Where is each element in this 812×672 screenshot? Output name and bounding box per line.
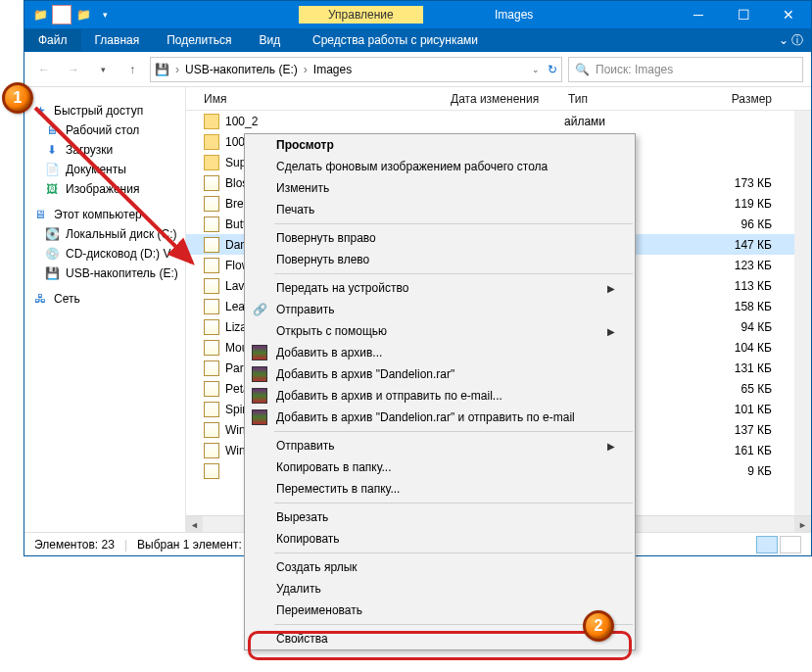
sidebar-item-desktop[interactable]: 🖥Рабочий стол [24, 120, 185, 140]
separator [274, 431, 633, 432]
file-size: 101 КБ [643, 403, 811, 416]
image-file-icon [204, 381, 219, 397]
scroll-right-button[interactable]: ► [794, 516, 811, 532]
ctx-open-with[interactable]: Открыть с помощью▶ [245, 320, 635, 342]
file-size: 104 КБ [643, 341, 811, 355]
sidebar-item-cddrive[interactable]: 💿CD-дисковод (D:) V [24, 244, 185, 264]
sidebar-item-documents[interactable]: 📄Документы [24, 160, 185, 179]
file-name: 100_2 [225, 115, 447, 128]
details-view-button[interactable] [756, 536, 778, 553]
image-file-icon [204, 360, 219, 376]
context-menu: Просмотр Сделать фоновым изображением ра… [244, 133, 636, 650]
separator [274, 273, 633, 274]
back-button[interactable]: ← [32, 58, 56, 81]
image-file-icon [204, 196, 219, 212]
ctx-cut[interactable]: Вырезать [245, 506, 635, 528]
maximize-button[interactable]: ☐ [721, 1, 766, 28]
image-file-icon [204, 299, 219, 314]
separator [274, 552, 633, 553]
address-dropdown-icon[interactable]: ⌄ [532, 65, 540, 74]
picture-tools-tab[interactable]: Средства работы с рисунками [299, 29, 492, 51]
ctx-copyto[interactable]: Копировать в папку... [245, 456, 635, 478]
ctx-sendto[interactable]: Отправить▶ [245, 435, 635, 456]
share-tab[interactable]: Поделиться [153, 29, 245, 51]
col-name[interactable]: Имя [186, 92, 451, 106]
submenu-arrow-icon: ▶ [607, 326, 615, 337]
file-size: 9 КБ [643, 464, 811, 478]
winrar-icon [251, 344, 268, 361]
ctx-rar-email[interactable]: Добавить в архив и отправить по e-mail..… [245, 385, 635, 407]
sidebar-item-usbdrive[interactable]: 💾USB-накопитель (E:) [24, 264, 185, 283]
ctx-view[interactable]: Просмотр [245, 134, 635, 156]
file-size: 137 КБ [643, 423, 811, 437]
recent-locations-icon[interactable]: ▾ [91, 58, 115, 81]
downloads-icon: ⬇ [44, 142, 60, 158]
ctx-edit[interactable]: Изменить [245, 177, 635, 199]
breadcrumb-item[interactable]: USB-накопитель (E:) [185, 63, 298, 76]
ctx-rotate-left[interactable]: Повернуть влево [245, 249, 635, 270]
minimize-button[interactable]: ─ [676, 1, 721, 28]
image-file-icon [204, 463, 219, 479]
breadcrumb-item[interactable]: Images [313, 63, 352, 76]
table-row[interactable]: 100_2айлами [186, 111, 811, 131]
ctx-rar-add[interactable]: Добавить в архив... [245, 342, 635, 363]
submenu-arrow-icon: ▶ [607, 441, 615, 452]
ctx-sendto-top[interactable]: 🔗Отправить [245, 299, 635, 320]
ctx-cast[interactable]: Передать на устройство▶ [245, 277, 635, 299]
ctx-rar-add-name[interactable]: Добавить в архив "Dandelion.rar" [245, 363, 635, 385]
view-tab[interactable]: Вид [245, 29, 294, 51]
sidebar-item-localdisk[interactable]: 💽Локальный диск (C:) [24, 224, 185, 244]
scroll-left-button[interactable]: ◄ [186, 516, 203, 532]
ctx-rar-email-name[interactable]: Добавить в архив "Dandelion.rar" и отпра… [245, 407, 635, 428]
this-pc-section[interactable]: 🖥Этот компьютер [24, 205, 185, 224]
ctx-rotate-right[interactable]: Повернуть вправо [245, 227, 635, 249]
vertical-scrollbar[interactable] [794, 111, 811, 515]
search-input[interactable]: 🔍 Поиск: Images [568, 57, 803, 82]
image-file-icon [204, 402, 219, 417]
breadcrumb[interactable]: 💾 › USB-накопитель (E:) › Images ⌄ ↻ [150, 57, 562, 82]
contextual-tab-group: Управление [299, 8, 423, 22]
ctx-moveto[interactable]: Переместить в папку... [245, 478, 635, 500]
file-size: 65 КБ [643, 382, 811, 396]
quick-access-section[interactable]: ★Быстрый доступ [24, 101, 185, 120]
separator [274, 503, 633, 504]
ctx-delete[interactable]: Удалить [245, 578, 635, 600]
status-selection: Выбран 1 элемент: [137, 538, 242, 552]
search-placeholder: Поиск: Images [596, 63, 673, 76]
forward-button[interactable]: → [62, 58, 85, 81]
ctx-print[interactable]: Печать [245, 199, 635, 220]
sidebar-item-pictures[interactable]: 🖼Изображения [24, 179, 185, 199]
file-size: 173 КБ [643, 176, 811, 190]
properties-qat-icon[interactable]: ☑ [52, 5, 72, 24]
winrar-icon [251, 408, 268, 426]
ctx-rename[interactable]: Переименовать [245, 600, 635, 621]
up-button[interactable]: ↑ [120, 58, 144, 81]
home-tab[interactable]: Главная [81, 29, 154, 51]
ctx-set-background[interactable]: Сделать фоновым изображением рабочего ст… [245, 156, 635, 177]
thumbnails-view-button[interactable] [780, 536, 801, 553]
management-tab-label: Управление [299, 6, 423, 24]
refresh-icon[interactable]: ↻ [548, 63, 557, 76]
qat-dropdown-icon[interactable]: ▾ [95, 5, 115, 24]
file-menu[interactable]: Файл [24, 29, 81, 51]
drive-icon: 💾 [155, 63, 169, 76]
network-section[interactable]: 🖧Сеть [24, 289, 185, 309]
col-type[interactable]: Тип [568, 92, 646, 106]
winrar-icon [251, 387, 268, 405]
column-headers: Имя Дата изменения Тип Размер [186, 87, 811, 111]
ctx-shortcut[interactable]: Создать ярлык [245, 556, 635, 578]
col-size[interactable]: Размер [646, 92, 811, 106]
image-file-icon [204, 278, 219, 294]
address-bar: ← → ▾ ↑ 💾 › USB-накопитель (E:) › Images… [24, 52, 811, 87]
sidebar-item-downloads[interactable]: ⬇Загрузки [24, 140, 185, 160]
desktop-icon: 🖥 [44, 122, 60, 138]
col-date[interactable]: Дата изменения [451, 92, 568, 106]
file-size: 161 КБ [643, 444, 811, 457]
image-file-icon [204, 216, 219, 232]
chevron-right-icon[interactable]: › [300, 63, 311, 76]
ctx-copy[interactable]: Копировать [245, 528, 635, 550]
chevron-right-icon[interactable]: › [171, 63, 183, 76]
close-button[interactable]: ✕ [766, 1, 811, 28]
ribbon-collapse-icon[interactable]: ⌄ ⓘ [779, 32, 803, 49]
new-folder-qat-icon[interactable]: 📁 [73, 5, 93, 24]
